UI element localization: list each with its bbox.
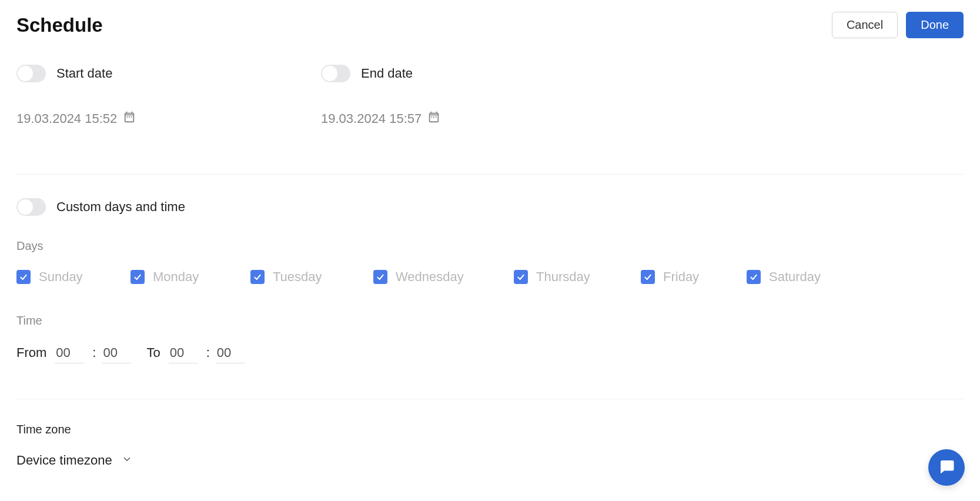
- from-hour-input[interactable]: [55, 344, 84, 363]
- end-date-value: 19.03.2024 15:57: [321, 111, 422, 126]
- colon: :: [203, 345, 211, 360]
- custom-toggle-row: Custom days and time: [16, 198, 964, 216]
- page-title: Schedule: [16, 14, 103, 36]
- day-tuesday[interactable]: Tuesday: [250, 269, 373, 285]
- divider: [16, 174, 964, 175]
- chevron-down-icon: [122, 453, 132, 468]
- checkbox-monday[interactable]: [131, 270, 145, 284]
- day-wednesday[interactable]: Wednesday: [373, 269, 514, 285]
- from-minute-input[interactable]: [102, 344, 131, 363]
- checkbox-tuesday[interactable]: [250, 270, 265, 284]
- custom-days-toggle[interactable]: [16, 198, 46, 216]
- start-date-value: 19.03.2024 15:52: [16, 111, 117, 126]
- calendar-icon: [123, 111, 136, 127]
- colon: :: [89, 345, 97, 360]
- timezone-value: Device timezone: [16, 453, 112, 468]
- end-date-label: End date: [361, 66, 413, 81]
- from-label: From: [16, 345, 46, 360]
- time-row: From : To :: [16, 344, 964, 363]
- checkbox-thursday[interactable]: [514, 270, 528, 284]
- day-label: Tuesday: [273, 269, 322, 285]
- to-minute-input[interactable]: [216, 344, 245, 363]
- checkbox-friday[interactable]: [641, 270, 655, 284]
- cancel-button[interactable]: Cancel: [832, 12, 898, 38]
- start-date-label: Start date: [56, 66, 112, 81]
- start-date-field[interactable]: 19.03.2024 15:52: [16, 111, 321, 127]
- end-date-toggle[interactable]: [321, 65, 350, 82]
- days-row: Sunday Monday Tuesday Wednesday Thursday…: [16, 269, 964, 285]
- end-date-col: End date 19.03.2024 15:57: [321, 65, 626, 127]
- timezone-select[interactable]: Device timezone: [16, 453, 964, 468]
- start-date-toggle[interactable]: [16, 65, 46, 82]
- day-saturday[interactable]: Saturday: [747, 269, 852, 285]
- day-friday[interactable]: Friday: [641, 269, 747, 285]
- checkbox-saturday[interactable]: [747, 270, 761, 284]
- time-section-label: Time: [16, 314, 964, 328]
- end-date-field[interactable]: 19.03.2024 15:57: [321, 111, 626, 127]
- chat-icon: [938, 457, 955, 477]
- day-label: Saturday: [769, 269, 821, 285]
- custom-section: Custom days and time Days Sunday Monday …: [16, 198, 964, 363]
- timezone-label: Time zone: [16, 423, 964, 436]
- day-sunday[interactable]: Sunday: [16, 269, 131, 285]
- date-row: Start date 19.03.2024 15:52 End date 19.…: [16, 65, 964, 127]
- checkbox-wednesday[interactable]: [373, 270, 387, 284]
- to-label: To: [146, 345, 160, 360]
- day-label: Sunday: [39, 269, 83, 285]
- days-section-label: Days: [16, 239, 964, 253]
- day-label: Thursday: [536, 269, 590, 285]
- start-date-toggle-row: Start date: [16, 65, 321, 82]
- header-buttons: Cancel Done: [832, 12, 964, 38]
- checkbox-sunday[interactable]: [16, 270, 31, 284]
- header-row: Schedule Cancel Done: [16, 12, 964, 38]
- day-label: Monday: [153, 269, 199, 285]
- day-thursday[interactable]: Thursday: [514, 269, 641, 285]
- end-date-toggle-row: End date: [321, 65, 626, 82]
- calendar-icon: [427, 111, 440, 127]
- to-hour-input[interactable]: [169, 344, 198, 363]
- day-monday[interactable]: Monday: [131, 269, 250, 285]
- divider: [16, 399, 964, 399]
- done-button[interactable]: Done: [906, 12, 964, 38]
- day-label: Friday: [663, 269, 699, 285]
- custom-days-label: Custom days and time: [56, 199, 185, 215]
- start-date-col: Start date 19.03.2024 15:52: [16, 65, 321, 127]
- day-label: Wednesday: [396, 269, 464, 285]
